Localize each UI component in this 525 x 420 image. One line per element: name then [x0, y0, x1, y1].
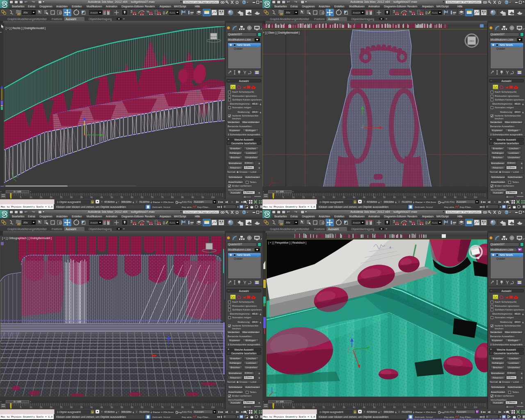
svg-text:Alle: Alle [23, 11, 28, 14]
svg-text:Alle: Alle [286, 11, 290, 14]
svg-text:{}: {} [163, 11, 165, 14]
svg-text:Ausw: Ausw [169, 221, 176, 224]
svg-text:{}: {} [163, 221, 165, 224]
svg-text:?: ? [243, 211, 245, 214]
svg-text:3: 3 [130, 9, 132, 14]
svg-text:3: 3 [130, 219, 132, 224]
svg-text:Ansicht: Ansicht [353, 221, 361, 224]
svg-text:Ansicht: Ansicht [90, 11, 99, 14]
svg-text:Ausw: Ausw [432, 11, 438, 14]
svg-text:Ansicht: Ansicht [353, 11, 361, 14]
svg-text:%: % [409, 220, 412, 224]
svg-text:{}: {} [425, 11, 428, 14]
svg-text:3: 3 [393, 9, 395, 14]
svg-text:Ausw: Ausw [169, 11, 176, 14]
svg-text:?: ? [243, 1, 245, 4]
svg-text:Alle: Alle [23, 221, 28, 224]
svg-text:?: ? [506, 211, 507, 214]
svg-text:?: ? [506, 1, 507, 4]
svg-text:Ausw: Ausw [432, 221, 438, 224]
svg-text:Alle: Alle [286, 221, 290, 224]
svg-text:Ansicht: Ansicht [90, 221, 99, 224]
svg-text:3: 3 [393, 219, 395, 224]
svg-text:%: % [146, 10, 149, 14]
svg-text:%: % [146, 220, 149, 224]
svg-text:%: % [409, 10, 412, 14]
svg-text:{}: {} [425, 221, 428, 224]
